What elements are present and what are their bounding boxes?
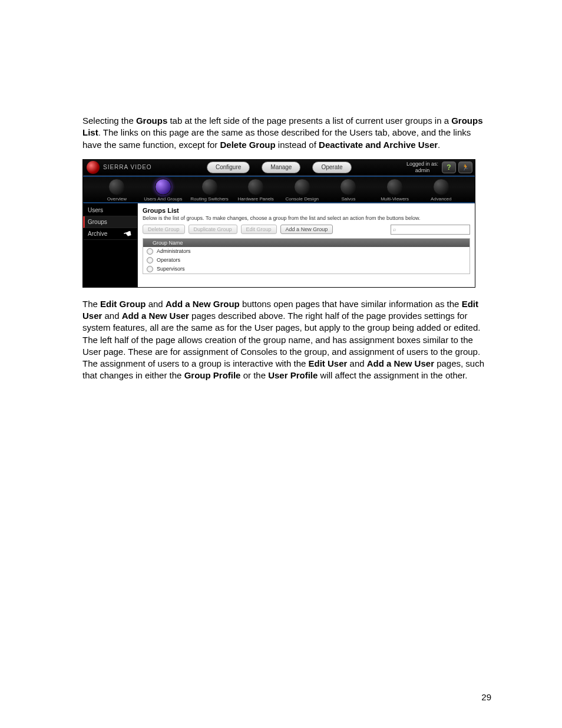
nav-operate[interactable]: Operate (312, 162, 351, 173)
logged-in-label: Logged in as: admin (406, 161, 438, 174)
radio-icon[interactable] (147, 248, 153, 255)
label: Overview (107, 196, 127, 202)
bold-text: Add a New User (122, 311, 189, 321)
panel-title: Groups List (143, 207, 470, 214)
subnav-hardware-panels[interactable]: Hardware Panels (236, 179, 276, 202)
side-tabs: Users Groups Archive ☚ (83, 203, 138, 287)
exit-button[interactable]: 🏃 (458, 162, 472, 173)
sidebar-item-users[interactable]: Users (83, 205, 137, 216)
text: Selecting the (82, 116, 136, 126)
orb-icon (386, 179, 403, 195)
text: instead of (276, 140, 319, 150)
text: buttons open pages that have similar inf… (240, 299, 462, 309)
cell: Supervisors (157, 266, 185, 272)
label: Multi-Viewers (381, 196, 409, 202)
main-panel: Groups List Below is the list of groups.… (138, 203, 475, 287)
panel-description: Below is the list of groups. To make cha… (143, 215, 470, 221)
top-bar: SIERRA VIDEO Configure Manage Operate Lo… (83, 160, 475, 176)
subnav-overview[interactable]: Overview (97, 179, 137, 202)
add-new-group-button[interactable]: Add a New Group (280, 225, 333, 234)
toolbar: Delete Group Duplicate Group Edit Group … (143, 225, 470, 235)
help-button[interactable]: ? (442, 162, 456, 173)
username: admin (415, 167, 430, 173)
bold-text: Edit Group (100, 299, 146, 309)
label: Advanced (431, 196, 452, 202)
table-row[interactable]: Administrators (143, 247, 470, 256)
orb-icon (340, 179, 356, 195)
nav-manage[interactable]: Manage (262, 162, 300, 173)
sidebar-item-groups[interactable]: Groups (83, 216, 137, 228)
cell: Operators (157, 257, 180, 263)
brand-label: SIERRA VIDEO (103, 164, 152, 170)
subnav-users-and-groups[interactable]: Users And Groups (144, 179, 183, 202)
radio-icon[interactable] (147, 266, 153, 272)
orb-icon (155, 179, 171, 195)
subnav-salvos[interactable]: Salvos (329, 179, 368, 202)
search-input[interactable]: ⌕ (391, 225, 470, 235)
duplicate-group-button[interactable]: Duplicate Group (189, 225, 237, 234)
bold-text: Group Profile (184, 370, 241, 380)
subnav-routing-switchers[interactable]: Routing Switchers (190, 179, 229, 202)
paragraph-intro: Selecting the Groups tab at the left sid… (82, 115, 491, 151)
text: and (102, 311, 121, 321)
bold-text: Edit User (309, 358, 348, 368)
delete-group-button[interactable]: Delete Group (143, 225, 185, 234)
table-row[interactable]: Operators (143, 256, 470, 265)
help-icon: ? (447, 163, 451, 172)
label: Users And Groups (144, 196, 182, 202)
groups-table: Group Name Administrators Operators Supe… (143, 238, 470, 274)
text: tab at the left side of the page present… (167, 116, 451, 126)
text: Logged in as: (406, 161, 438, 167)
app-screenshot: SIERRA VIDEO Configure Manage Operate Lo… (82, 159, 475, 288)
label: Routing Switchers (190, 196, 228, 202)
radio-icon[interactable] (147, 257, 153, 263)
label: Hardware Panels (238, 196, 274, 202)
edit-group-button[interactable]: Edit Group (241, 225, 277, 234)
orb-icon (201, 179, 218, 195)
table-row[interactable]: Supervisors (143, 265, 470, 274)
paragraph-outro: The Edit Group and Add a New Group butto… (82, 298, 491, 382)
bold-text: Delete Group (220, 140, 275, 150)
bold-text: User Profile (268, 370, 318, 380)
top-nav: Configure Manage Operate (152, 162, 406, 173)
search-icon: ⌕ (393, 226, 396, 232)
column-header: Group Name (143, 239, 470, 247)
subnav-advanced[interactable]: Advanced (421, 179, 461, 202)
text: . (438, 140, 440, 150)
orb-icon (247, 179, 264, 195)
text: The (82, 299, 100, 309)
nav-configure[interactable]: Configure (207, 162, 250, 173)
bold-text: Deactivate and Archive User (319, 140, 438, 150)
sub-nav: Overview Users And Groups Routing Switch… (83, 176, 475, 203)
cell: Administrators (157, 248, 191, 254)
label: Console Design (286, 196, 319, 202)
orb-icon (108, 179, 125, 195)
bold-text: Groups (136, 116, 167, 126)
orb-icon (294, 179, 310, 195)
text: or the (240, 370, 268, 380)
subnav-multi-viewers[interactable]: Multi-Viewers (375, 179, 415, 202)
bold-text: Add a New User (367, 358, 434, 368)
subnav-console-design[interactable]: Console Design (283, 179, 322, 202)
text: and (146, 299, 166, 309)
text: will affect the assignment in the other. (318, 370, 467, 380)
bold-text: Add a New Group (166, 299, 240, 309)
label: Salvos (341, 196, 355, 202)
page-number: 29 (481, 692, 491, 702)
exit-icon: 🏃 (462, 164, 469, 170)
logo-icon (87, 161, 100, 174)
text: and (347, 358, 366, 368)
orb-icon (433, 179, 449, 195)
